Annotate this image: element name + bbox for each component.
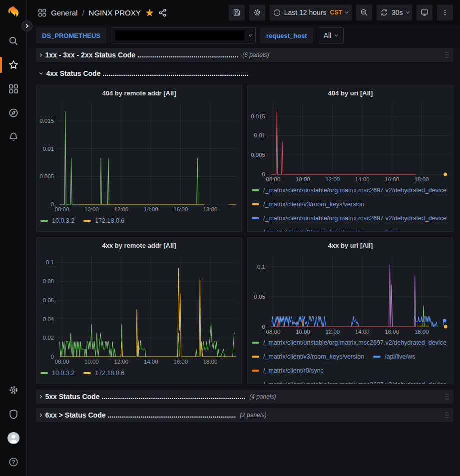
panel-chart[interactable]: 08:0010:0012:0014:0016:0018:0000.050.1 (248, 253, 453, 336)
panel-chart[interactable]: 08:0010:0012:0014:0016:0018:0000.0050.01… (248, 100, 453, 183)
zoom-out-button[interactable] (356, 4, 372, 20)
legend-item[interactable]: /_matrix/client/v3/room_keys/version (252, 201, 364, 208)
panel-chart[interactable]: 08:0010:0012:0014:0016:0018:0000.0050.01… (36, 100, 242, 213)
row-header-6xx[interactable]: 6xx > Status Code ......................… (36, 408, 454, 422)
bell-icon (8, 132, 18, 142)
legend-item[interactable]: 172.18.0.6 (83, 217, 124, 224)
legend-label: /_matrix/client/unstable/org.matrix.msc2… (263, 187, 447, 194)
sidebar-item-explore[interactable] (0, 101, 27, 125)
panel-chart[interactable]: 08:0010:0012:0014:0016:0018:0000.020.040… (36, 253, 242, 366)
legend-item[interactable]: /sw.js (373, 229, 400, 232)
row-title: 4xx Status Code ........................… (46, 69, 249, 77)
dashboard-body: 1xx - 3xx - 2xx Status Code ............… (27, 46, 460, 476)
svg-text:08:00: 08:00 (55, 359, 69, 365)
kebab-menu-button[interactable] (437, 4, 453, 20)
legend-item[interactable]: /_matrix/client/v3/room_keys/version (252, 229, 364, 232)
sidebar-item-profile[interactable] (0, 426, 27, 450)
legend-item[interactable]: /_matrix/client/unstable/org.matrix.msc2… (252, 339, 447, 346)
share-icon[interactable] (158, 8, 167, 17)
chevron-right-icon (24, 24, 28, 28)
legend-item[interactable]: /_matrix/client/r0/sync (252, 367, 324, 374)
save-dashboard-button[interactable] (229, 4, 245, 20)
legend-item[interactable]: /_matrix/client/unstable/org.matrix.msc2… (252, 381, 447, 384)
row-header-4xx[interactable]: 4xx Status Code ........................… (36, 66, 454, 80)
legend-swatch (373, 231, 381, 232)
legend-item[interactable]: /_matrix/client/v3/room_keys/version (252, 353, 364, 360)
cycle-view-mode-button[interactable] (417, 4, 433, 20)
svg-text:0.005: 0.005 (39, 173, 54, 179)
variable-select-request-host[interactable]: All (318, 27, 344, 43)
kebab-icon (442, 8, 449, 16)
row-title: 6xx > Status Code ......................… (45, 411, 236, 419)
dashboard-settings-button[interactable] (249, 4, 265, 20)
row-title: 5xx Status Code ........................… (45, 393, 246, 401)
sidebar-item-help[interactable]: ? (0, 450, 27, 474)
panel-title[interactable]: 404 by uri [All] (248, 85, 453, 100)
variable-select-ds-prometheus[interactable] (111, 27, 256, 43)
grafana-logo-icon[interactable] (5, 5, 22, 22)
svg-text:10:00: 10:00 (84, 359, 99, 365)
row-drag-handle[interactable] (445, 51, 450, 59)
sidebar-expand-button[interactable] (21, 20, 32, 31)
breadcrumb-section[interactable]: General (51, 8, 77, 17)
legend-swatch (83, 372, 91, 374)
row-panel-count: (4 panels) (249, 393, 276, 400)
legend-label: /_matrix/client/unstable/org.matrix.msc2… (263, 381, 447, 384)
sidebar-item-configuration[interactable] (0, 378, 27, 402)
compass-icon (8, 108, 18, 118)
row-expand-chevron-icon (39, 71, 42, 74)
clock-icon (273, 9, 281, 16)
legend-item[interactable]: /_matrix/client/unstable/org.matrix.msc2… (252, 187, 447, 194)
sidebar: ? (0, 0, 27, 476)
svg-text:0: 0 (262, 171, 265, 177)
legend-row: /_matrix/client/v3/room_keys/version/api… (252, 350, 453, 364)
legend-item[interactable]: /_matrix/client/unstable/org.matrix.msc2… (252, 215, 447, 222)
panel-title[interactable]: 4xx by uri [All] (248, 238, 453, 253)
sidebar-item-server-admin[interactable] (0, 402, 27, 426)
refresh-picker[interactable]: 30s (377, 4, 412, 20)
svg-text:18:00: 18:00 (415, 329, 429, 335)
sidebar-item-dashboards[interactable] (0, 77, 27, 101)
svg-text:08:00: 08:00 (55, 206, 69, 212)
legend-item[interactable]: 10.0.3.2 (40, 217, 74, 224)
row-collapse-chevron-icon (38, 414, 41, 417)
svg-text:14:00: 14:00 (144, 206, 158, 212)
time-range-picker[interactable]: Last 12 hours CST (270, 4, 352, 20)
search-icon (8, 36, 18, 46)
svg-text:0.02: 0.02 (43, 335, 54, 341)
chevron-down-icon (335, 33, 338, 36)
svg-text:18:00: 18:00 (203, 206, 218, 212)
legend-label: /_matrix/client/v3/room_keys/version (263, 353, 364, 360)
breadcrumb: General / NGINX PROXY (38, 8, 167, 17)
legend-label: 172.18.0.6 (95, 217, 124, 224)
panel-legend: /_matrix/client/unstable/org.matrix.msc2… (248, 336, 453, 384)
row-drag-handle[interactable] (445, 411, 450, 419)
svg-text:16:00: 16:00 (385, 329, 399, 335)
sidebar-item-starred[interactable] (0, 53, 27, 77)
legend-swatch (252, 384, 259, 384)
panel-title[interactable]: 4xx by remote addr [All] (36, 238, 242, 253)
legend-swatch (40, 220, 48, 222)
legend-item[interactable]: 172.18.0.6 (83, 370, 124, 377)
legend-row: /_matrix/client/unstable/org.matrix.msc2… (252, 378, 453, 384)
sidebar-item-alerting[interactable] (0, 125, 27, 149)
favorite-star-icon[interactable] (145, 8, 154, 17)
svg-text:10:00: 10:00 (296, 329, 310, 335)
legend-swatch (252, 217, 259, 219)
legend-item[interactable]: /api/live/ws (373, 353, 415, 360)
panel-title[interactable]: 404 by remote addr [All] (36, 85, 242, 100)
row-panel-count: (6 panels) (242, 51, 269, 58)
page-title[interactable]: NGINX PROXY (89, 8, 141, 17)
legend-label: /_matrix/client/unstable/org.matrix.msc2… (263, 215, 447, 222)
sidebar-item-search[interactable] (0, 29, 27, 53)
row-header-1xx-3xx-2xx[interactable]: 1xx - 3xx - 2xx Status Code ............… (36, 48, 454, 62)
legend-label: /_matrix/client/unstable/org.matrix.msc2… (263, 339, 447, 346)
legend-item[interactable]: 10.0.3.2 (40, 370, 74, 377)
svg-text:12:00: 12:00 (114, 206, 128, 212)
row-drag-handle[interactable] (445, 393, 450, 401)
toolbar: Last 12 hours CST (229, 4, 453, 20)
legend-row: /_matrix/client/v3/room_keys/version/sw.… (252, 225, 453, 232)
chevron-down-icon (406, 10, 409, 13)
svg-text:0.05: 0.05 (254, 294, 265, 300)
row-header-5xx[interactable]: 5xx Status Code ........................… (36, 390, 454, 404)
